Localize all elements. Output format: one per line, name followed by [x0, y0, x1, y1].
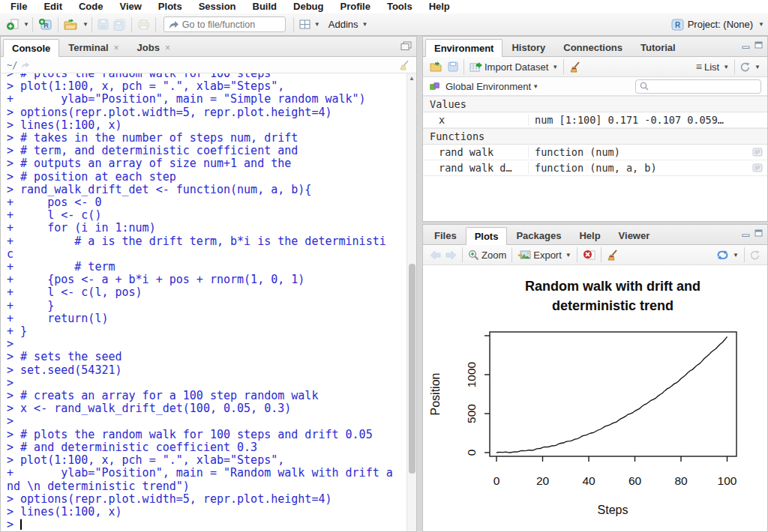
clear-console-icon[interactable]	[399, 60, 410, 70]
environment-search-input[interactable]	[652, 81, 749, 91]
clear-environment-button[interactable]	[567, 60, 584, 74]
plots-tabstrip: FilesPlotsPackagesHelpViewer	[423, 225, 767, 245]
maximize-panel-icon[interactable]	[754, 229, 763, 237]
view-function-icon[interactable]	[752, 163, 763, 172]
console-line: + l <- c(l, pos)	[7, 286, 416, 299]
tab-files[interactable]: Files	[425, 226, 466, 244]
close-tab-icon[interactable]: ×	[114, 43, 119, 53]
console-line: > # outputs an array of size num+1 and t…	[7, 157, 416, 170]
save-workspace-button[interactable]	[446, 60, 460, 73]
scrollbar-thumb[interactable]	[409, 264, 416, 474]
goto-directory-icon[interactable]	[21, 61, 30, 69]
remove-plot-icon	[583, 250, 596, 260]
environment-view-mode-button[interactable]: ≡ List ▼	[694, 59, 731, 74]
tab-help[interactable]: Help	[570, 226, 609, 244]
environment-search-box[interactable]	[635, 79, 761, 94]
addins-button[interactable]: Addins ▼	[326, 17, 370, 31]
save-button[interactable]	[95, 17, 111, 31]
addins-caret: ▼	[362, 21, 368, 28]
menu-help[interactable]: Help	[421, 0, 458, 13]
tab-jobs[interactable]: Jobs×	[128, 38, 179, 56]
tab-tutorial[interactable]: Tutorial	[632, 38, 685, 56]
menu-plots[interactable]: Plots	[150, 0, 190, 13]
console-line: > # term, and deterministic coefficient …	[7, 145, 416, 157]
toolbar-separator	[92, 17, 92, 32]
tab-connections[interactable]: Connections	[554, 38, 632, 56]
minimize-panel-icon[interactable]	[742, 229, 750, 237]
menu-edit[interactable]: Edit	[35, 0, 70, 13]
environment-object-row[interactable]: xnum [1:100] 0.171 -0.107 0.059…	[423, 112, 767, 128]
close-tab-icon[interactable]: ×	[165, 43, 170, 53]
console-scrollbar[interactable]: ▲	[406, 73, 416, 532]
menu-tools[interactable]: Tools	[379, 0, 421, 13]
view-function-icon[interactable]	[752, 148, 763, 157]
next-plot-button[interactable]	[443, 249, 459, 262]
menu-code[interactable]: Code	[70, 0, 112, 13]
export-plot-button[interactable]: Export ▼	[515, 248, 574, 262]
export-image-icon	[518, 250, 531, 260]
clear-all-plots-button[interactable]	[604, 248, 621, 262]
console-line: > plot(1:100, x, pch = ".", xlab="Steps"…	[7, 80, 416, 93]
menu-build[interactable]: Build	[244, 0, 286, 13]
new-file-caret[interactable]: ▼	[23, 21, 29, 28]
panes-layout-button[interactable]	[297, 18, 313, 31]
restore-panes-icon[interactable]	[400, 41, 412, 50]
goto-file-box[interactable]	[164, 16, 286, 32]
export-plot-caret: ▼	[566, 252, 572, 259]
object-name: x	[423, 114, 529, 126]
print-button[interactable]	[135, 18, 152, 31]
environment-scope-caret[interactable]: ▼	[532, 83, 538, 90]
load-workspace-button[interactable]	[428, 60, 446, 73]
forward-arrow-icon	[446, 250, 457, 260]
menu-file[interactable]: File	[2, 0, 35, 13]
tab-environment[interactable]: Environment	[425, 39, 502, 57]
workspace: ConsoleTerminal×Jobs× ~/ > # plots the r…	[0, 36, 768, 532]
console-line: + for (i in 1:num)	[7, 222, 416, 235]
menu-view[interactable]: View	[111, 0, 149, 13]
console-line: > # takes in the number of steps num, dr…	[7, 132, 416, 145]
console-line: + ylab="Position", main = "Simple random…	[7, 93, 416, 106]
tab-history[interactable]: History	[502, 38, 554, 56]
console-line: > # and deterministic coefficient 0.3	[7, 441, 416, 454]
plot-figure: Random walk with drift anddeterministic …	[423, 266, 767, 531]
refresh-plot-button[interactable]	[748, 249, 763, 262]
refresh-icon	[750, 250, 760, 260]
previous-plot-button[interactable]	[428, 249, 443, 262]
scroll-up-arrow[interactable]: ▲	[407, 75, 416, 82]
tab-packages[interactable]: Packages	[507, 226, 570, 244]
console-output[interactable]: > # plots the random walk for 100 steps>…	[1, 73, 416, 532]
project-caret: ▼	[758, 21, 764, 28]
new-file-button[interactable]	[4, 16, 22, 32]
working-directory[interactable]: ~/	[7, 60, 17, 70]
environment-object-row[interactable]: rand_walkfunction (num)	[423, 145, 767, 160]
panes-layout-caret[interactable]: ▼	[314, 21, 320, 28]
project-menu[interactable]: R Project: (None) ▼	[671, 19, 764, 31]
goto-file-input[interactable]	[182, 19, 271, 30]
menu-profile[interactable]: Profile	[332, 0, 378, 13]
open-file-button[interactable]	[62, 17, 81, 32]
console-line: > # plots the random walk for 100 steps …	[7, 429, 416, 441]
goto-arrow-icon	[169, 20, 178, 29]
menu-debug[interactable]: Debug	[285, 0, 332, 13]
tab-plots[interactable]: Plots	[466, 227, 508, 245]
tab-console[interactable]: Console	[3, 39, 59, 57]
remove-plot-button[interactable]	[580, 248, 598, 262]
maximize-panel-icon[interactable]	[754, 41, 763, 49]
svg-text:deterministic trend: deterministic trend	[552, 298, 674, 313]
refresh-environment-button[interactable]: ▼	[738, 61, 763, 73]
open-file-caret[interactable]: ▼	[82, 21, 88, 28]
environment-toolbar: Import Dataset ▼ ≡ List ▼ ▼	[423, 57, 767, 77]
environment-object-row[interactable]: rand_walk_d…function (num, a, b)	[423, 160, 767, 176]
zoom-plot-button[interactable]: Zoom	[466, 248, 508, 262]
save-all-button[interactable]	[111, 17, 128, 32]
import-dataset-button[interactable]: Import Dataset ▼	[467, 60, 560, 74]
environment-scope-label[interactable]: Global Environment	[446, 81, 531, 92]
publish-plot-button[interactable]: ▼	[714, 248, 741, 262]
new-project-button[interactable]: R	[36, 16, 55, 32]
open-folder-icon	[430, 61, 443, 72]
minimize-panel-icon[interactable]	[742, 41, 750, 49]
menu-session[interactable]: Session	[190, 0, 244, 13]
tab-terminal[interactable]: Terminal×	[59, 38, 128, 56]
object-value: function (num)	[529, 146, 752, 158]
tab-viewer[interactable]: Viewer	[610, 226, 659, 244]
